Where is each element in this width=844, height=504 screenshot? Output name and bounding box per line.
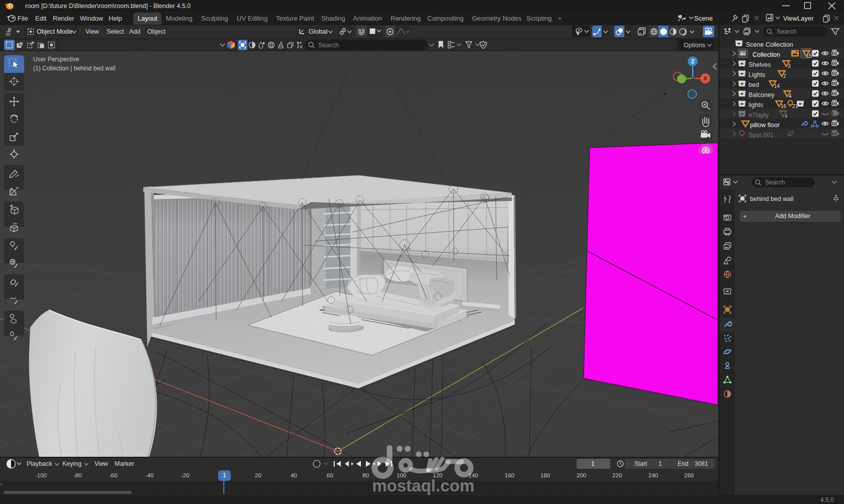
svg-text:Z: Z (691, 58, 695, 64)
svg-text:mostaql.com: mostaql.com (372, 476, 475, 495)
svg-text:X: X (703, 75, 707, 81)
